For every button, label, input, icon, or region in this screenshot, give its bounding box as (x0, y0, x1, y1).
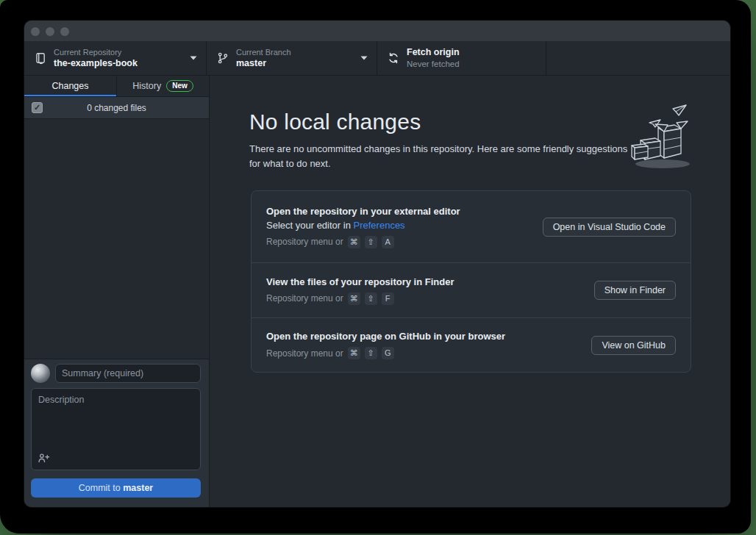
screen-frame: Current Repository the-examples-book (0, 0, 751, 534)
branch-labels: Current Branch master (236, 47, 353, 70)
tab-history[interactable]: History New (116, 76, 209, 96)
suggestion-shortcut: Repository menu or ⌘⇧F (266, 292, 594, 305)
repository-name: the-examples-book (54, 57, 182, 69)
subtitle-prefix: Select your editor in (266, 220, 354, 231)
summary-input[interactable] (55, 364, 201, 383)
fetch-origin-button[interactable]: Fetch origin Never fetched (377, 41, 546, 75)
close-button[interactable] (31, 27, 40, 36)
suggestion-title: Open the repository in your external edi… (266, 206, 543, 217)
shortcut-label: Repository menu or (266, 237, 343, 247)
content: Changes History New ✓ 0 changed files (24, 76, 730, 507)
cmd-key: ⌘ (348, 292, 360, 305)
commit-button[interactable]: Commit to master (31, 478, 201, 498)
chevron-down-icon (190, 56, 197, 60)
shift-key: ⇧ (365, 236, 377, 248)
suggestion-text: View the files of your repository in Fin… (266, 276, 594, 305)
description-box (31, 388, 201, 470)
suggestion-show-finder: View the files of your repository in Fin… (252, 262, 691, 317)
tab-changes-label: Changes (51, 81, 88, 91)
shift-key: ⇧ (365, 292, 377, 305)
summary-row (31, 364, 201, 383)
new-badge: New (166, 80, 193, 92)
suggestion-title: View the files of your repository in Fin… (266, 276, 594, 287)
toolbar-empty-space (546, 41, 730, 75)
fetch-subtitle: Never fetched (407, 59, 537, 70)
description-input[interactable] (32, 389, 200, 470)
suggestion-view-github: Open the repository page on GitHub in yo… (252, 317, 691, 372)
shipped-boxes-illustration (624, 104, 693, 171)
suggestions-card: Open the repository in your external edi… (251, 190, 691, 373)
fetch-title: Fetch origin (407, 46, 537, 58)
cmd-key: ⌘ (348, 236, 360, 248)
changed-files-header[interactable]: ✓ 0 changed files (24, 97, 209, 119)
suggestion-shortcut: Repository menu or ⌘⇧A (266, 236, 543, 248)
sync-icon (388, 52, 399, 64)
select-all-checkbox[interactable]: ✓ (32, 102, 43, 113)
letter-key: F (382, 292, 394, 305)
main-panel: No local changes There are no uncommitte… (210, 76, 730, 507)
suggestion-text: Open the repository in your external edi… (266, 206, 543, 248)
page-subtitle: There are no uncommitted changes in this… (249, 142, 630, 171)
minimize-button[interactable] (46, 27, 54, 36)
shortcut-label: Repository menu or (266, 293, 343, 304)
suggestion-subtitle: Select your editor in Preferences (266, 220, 543, 231)
changes-file-list (24, 119, 209, 359)
view-on-github-button[interactable]: View on GitHub (591, 336, 676, 355)
repository-label: Current Repository (54, 47, 182, 57)
letter-key: G (382, 347, 394, 359)
tab-changes[interactable]: Changes (24, 76, 116, 96)
zoom-button[interactable] (60, 27, 69, 36)
letter-key: A (382, 236, 394, 248)
repository-labels: Current Repository the-examples-book (54, 47, 182, 70)
current-branch-dropdown[interactable]: Current Branch master (207, 41, 377, 75)
changed-files-count: 0 changed files (87, 103, 146, 113)
desktop-background: Current Repository the-examples-book (0, 0, 756, 535)
sidebar-tabs: Changes History New (24, 76, 209, 97)
chevron-down-icon (360, 56, 368, 60)
commit-form: Commit to master (24, 359, 209, 507)
toolbar: Current Repository the-examples-book (24, 41, 730, 76)
shift-key: ⇧ (365, 347, 377, 359)
tab-history-label: History (132, 81, 161, 91)
show-in-finder-button[interactable]: Show in Finder (594, 281, 676, 300)
branch-label: Current Branch (236, 47, 353, 57)
github-desktop-window: Current Repository the-examples-book (24, 21, 730, 507)
commit-button-prefix: Commit to (79, 483, 123, 493)
current-repository-dropdown[interactable]: Current Repository the-examples-book (24, 41, 207, 75)
titlebar[interactable] (24, 21, 730, 41)
suggestion-title: Open the repository page on GitHub in yo… (266, 331, 591, 342)
suggestion-text: Open the repository page on GitHub in yo… (266, 331, 591, 359)
branch-name: master (236, 57, 353, 69)
commit-button-branch: master (123, 483, 153, 493)
sidebar: Changes History New ✓ 0 changed files (24, 76, 210, 507)
cmd-key: ⌘ (348, 347, 360, 359)
shortcut-label: Repository menu or (266, 348, 343, 359)
open-in-vscode-button[interactable]: Open in Visual Studio Code (543, 218, 676, 237)
preferences-link[interactable]: Preferences (354, 220, 405, 231)
fetch-labels: Fetch origin Never fetched (407, 46, 537, 69)
repo-icon (35, 52, 46, 64)
add-co-authors-button[interactable] (38, 452, 50, 464)
avatar (31, 364, 50, 383)
suggestion-shortcut: Repository menu or ⌘⇧G (266, 347, 591, 359)
suggestion-open-editor: Open the repository in your external edi… (252, 191, 691, 262)
git-branch-icon (217, 52, 229, 64)
